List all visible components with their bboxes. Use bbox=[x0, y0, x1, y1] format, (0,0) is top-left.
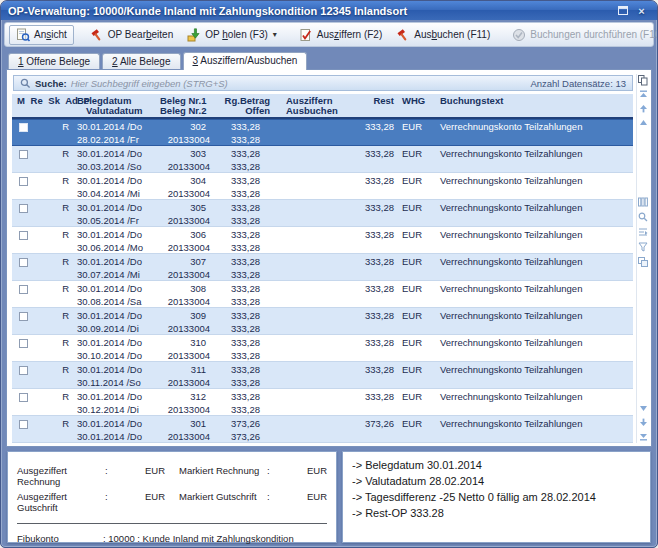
row-offen: 333,28 bbox=[214, 268, 274, 280]
row-whg: EUR bbox=[396, 363, 432, 376]
row-checkbox[interactable] bbox=[19, 177, 28, 186]
header-ausbuchen[interactable]: Ausbuchen bbox=[274, 106, 348, 116]
row-checkbox[interactable] bbox=[19, 420, 28, 429]
summary-row: Ausgeziffert Rechnung : EUR Markiert Rec… bbox=[17, 465, 327, 487]
row-buchungstext: Verrechnungskonto Teilzahlungen bbox=[432, 201, 633, 214]
row-rg-betrag: 333,28 bbox=[214, 228, 274, 241]
row-belegdatum: 30.01.2014 /Do bbox=[72, 336, 158, 349]
info-line: -> Belegdatum 30.01.2014 bbox=[352, 457, 641, 473]
table-row[interactable]: R 30.01.2014 /Do 30.01.2014 /Do 301 2013… bbox=[12, 416, 633, 443]
row-offen: 333,28 bbox=[214, 322, 274, 334]
header-valutadatum[interactable]: Valutadatum bbox=[72, 106, 158, 116]
row-flag: R bbox=[38, 255, 72, 268]
restore-button[interactable] bbox=[614, 4, 631, 18]
table-row[interactable]: R 30.01.2014 /Do 30.06.2014 /Mo 306 2013… bbox=[12, 227, 633, 254]
row-rg-betrag: 333,28 bbox=[214, 336, 274, 349]
row-flag: R bbox=[38, 282, 72, 295]
header-flags[interactable]: M Re Sk Ad P bbox=[12, 96, 72, 106]
search-bar: Suche: Hier Suchbegriff eingeben (STRG+S… bbox=[13, 75, 633, 91]
row-buchungstext: Verrechnungskonto Teilzahlungen bbox=[432, 120, 633, 133]
table-row[interactable]: R 30.01.2014 /Do 30.05.2014 /Fr 305 2013… bbox=[12, 200, 633, 227]
table-row[interactable]: R 30.01.2014 /Do 30.09.2014 /Di 309 2013… bbox=[12, 308, 633, 335]
dropdown-arrow-icon[interactable]: ▾ bbox=[273, 30, 277, 39]
tab-ausziffern-ausbuchen[interactable]: 3 Ausziffern/Ausbuchen bbox=[183, 52, 308, 70]
table-row[interactable]: R 30.01.2014 /Do 30.10.2014 /Do 310 2013… bbox=[12, 335, 633, 362]
column-chooser-icon[interactable] bbox=[638, 196, 649, 207]
table-row[interactable]: R 30.01.2014 /Do 30.04.2014 /Mi 304 2013… bbox=[12, 173, 633, 200]
row-checkbox[interactable] bbox=[19, 123, 28, 132]
tab-strip: 1 Offene Belege2 Alle Belege3 Ausziffern… bbox=[1, 48, 657, 69]
row-flag: R bbox=[38, 228, 72, 241]
layout-icon[interactable] bbox=[638, 256, 649, 267]
row-offen: 333,28 bbox=[214, 214, 274, 226]
row-buchungstext: Verrechnungskonto Teilzahlungen bbox=[432, 417, 633, 430]
ansicht-button[interactable]: Ansicht bbox=[9, 25, 74, 45]
search-input[interactable]: Hier Suchbegriff eingeben (STRG+S) bbox=[71, 78, 527, 89]
table-row[interactable]: R 30.01.2014 /Do 28.02.2014 /Fr 302 2013… bbox=[12, 119, 633, 146]
row-rest: 373,26 bbox=[348, 417, 396, 430]
row-checkbox[interactable] bbox=[19, 258, 28, 267]
row-checkbox[interactable] bbox=[19, 312, 28, 321]
search-records-icon[interactable] bbox=[638, 211, 649, 222]
scroll-bottom-button[interactable] bbox=[638, 431, 649, 442]
table-row[interactable]: R 30.01.2014 /Do 30.11.2014 /So 311 2013… bbox=[12, 362, 633, 389]
filter-icon[interactable] bbox=[638, 241, 649, 252]
row-checkbox[interactable] bbox=[19, 393, 28, 402]
row-whg: EUR bbox=[396, 390, 432, 403]
bottom-area: Ausgeziffert Rechnung : EUR Markiert Rec… bbox=[1, 447, 657, 543]
row-beleg-nr1: 302 bbox=[158, 120, 214, 133]
row-flag: R bbox=[38, 147, 72, 160]
fibukonto-label: Fibukonto bbox=[17, 533, 103, 544]
scroll-down-small-button[interactable] bbox=[638, 403, 649, 414]
info-line: -> Tagesdifferenz -25 Netto 0 fällig am … bbox=[352, 489, 641, 505]
row-checkbox[interactable] bbox=[19, 231, 28, 240]
row-beleg-nr2: 20133004 bbox=[158, 403, 214, 415]
table-row[interactable]: R 30.01.2014 /Do 30.12.2014 /Di 312 2013… bbox=[12, 389, 633, 416]
header-offen[interactable]: Offen bbox=[214, 106, 274, 116]
row-checkbox[interactable] bbox=[19, 366, 28, 375]
close-button[interactable]: × bbox=[633, 4, 650, 18]
row-belegdatum: 30.01.2014 /Do bbox=[72, 228, 158, 241]
row-offen: 333,28 bbox=[214, 160, 274, 172]
row-flag: R bbox=[38, 336, 72, 349]
ausziffern-button[interactable]: Ausziffern (F2) bbox=[293, 26, 388, 44]
row-checkbox[interactable] bbox=[19, 339, 28, 348]
header-beleg-nr2[interactable]: Beleg Nr.2 bbox=[158, 106, 214, 116]
row-rest: 333,28 bbox=[348, 255, 396, 268]
table-row[interactable]: R 30.01.2014 /Do 30.07.2014 /Mi 307 2013… bbox=[12, 254, 633, 281]
row-beleg-nr2: 20133004 bbox=[158, 187, 214, 199]
tab-offene-belege[interactable]: 1 Offene Belege bbox=[8, 53, 100, 70]
scroll-down-button[interactable] bbox=[638, 417, 649, 428]
op-bearbeiten-button[interactable]: OP Bearbeiten bbox=[84, 26, 179, 44]
row-buchungstext: Verrechnungskonto Teilzahlungen bbox=[432, 363, 633, 376]
op-bearbeiten-label: OP Bearbeiten bbox=[108, 29, 173, 40]
table-row[interactable]: R 30.01.2014 /Do 30.03.2014 /So 303 2013… bbox=[12, 146, 633, 173]
view-icon bbox=[16, 28, 30, 42]
row-checkbox[interactable] bbox=[19, 150, 28, 159]
copy-grid-icon[interactable] bbox=[638, 75, 649, 86]
header-rest[interactable]: Rest bbox=[348, 96, 396, 106]
scroll-up-small-button[interactable] bbox=[638, 117, 649, 128]
buchungen-durchfuehren-button[interactable]: Buchungen durchführen (F10) bbox=[506, 26, 658, 44]
row-offen: 373,26 bbox=[214, 430, 274, 442]
table-row[interactable]: R 30.01.2014 /Do 30.08.2014 /Sa 308 2013… bbox=[12, 281, 633, 308]
op-holen-button[interactable]: OP holen (F3)▾ bbox=[181, 26, 283, 44]
header-whg[interactable]: WHG bbox=[396, 96, 432, 106]
scroll-top-button[interactable] bbox=[638, 89, 649, 100]
scroll-up-button[interactable] bbox=[638, 103, 649, 114]
row-checkbox[interactable] bbox=[19, 204, 28, 213]
statistics-icon[interactable] bbox=[638, 226, 649, 237]
row-offen: 333,28 bbox=[214, 187, 274, 199]
row-flag: R bbox=[38, 120, 72, 133]
header-buchungstext[interactable]: Buchungstext bbox=[432, 96, 633, 106]
tab-alle-belege[interactable]: 2 Alle Belege bbox=[102, 53, 180, 70]
post-icon bbox=[512, 28, 526, 42]
markiert-gutschrift-label: Markiert Gutschrift bbox=[179, 491, 267, 513]
row-checkbox[interactable] bbox=[19, 285, 28, 294]
row-rest: 333,28 bbox=[348, 282, 396, 295]
ausziffern-label: Ausziffern (F2) bbox=[317, 29, 382, 40]
match-icon bbox=[299, 28, 313, 42]
fibukonto-row: Fibukonto : 10000 : Kunde Inland mit Zah… bbox=[17, 533, 327, 544]
currency-label: EUR bbox=[139, 465, 165, 487]
ausbuchen-button[interactable]: Ausbuchen (F11) bbox=[390, 26, 496, 44]
